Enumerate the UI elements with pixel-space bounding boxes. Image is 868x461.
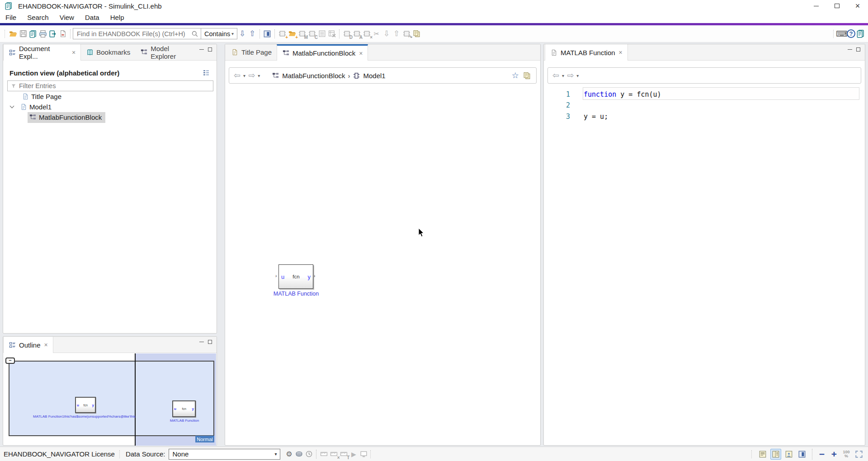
keyboard-shortcuts-icon[interactable]: ⌨	[837, 29, 847, 39]
add-function-block-icon[interactable]: +	[277, 29, 287, 39]
toolbar-drag-handle[interactable]	[5, 30, 6, 38]
tree-item-model1[interactable]: Model1	[3, 102, 217, 112]
zoom-100-button[interactable]: 100 %	[841, 450, 851, 458]
maximize-panel-icon[interactable]	[856, 47, 860, 52]
tab-matlabfunctionblock[interactable]: MatlabFunctionBlock ×	[277, 44, 368, 61]
filter-box[interactable]	[7, 80, 213, 91]
copy-view-icon[interactable]	[522, 71, 532, 80]
table-remove-icon[interactable]	[327, 29, 337, 39]
tab-document-explorer[interactable]: Document Expl... ×	[3, 44, 81, 61]
reading-view-icon[interactable]	[757, 449, 768, 460]
remove-block-icon[interactable]: ×	[362, 29, 372, 39]
block-measure-icon[interactable]: M	[297, 29, 307, 39]
bookmark-star-icon[interactable]: ☆	[512, 71, 519, 80]
matlab-function-block[interactable]: u fcn y	[278, 264, 313, 289]
minimize-button[interactable]	[806, 0, 826, 12]
collapse-button[interactable]: −	[5, 358, 15, 364]
code-line[interactable]: 3 y = u;	[544, 111, 865, 122]
back-icon[interactable]: ⇦	[234, 71, 241, 80]
split-view-icon[interactable]	[770, 449, 781, 460]
cut-connections-icon[interactable]: ✂	[372, 29, 382, 39]
block-calibration-icon[interactable]: C	[307, 29, 317, 39]
measurement-remove-icon[interactable]: ×	[329, 449, 339, 459]
back-icon[interactable]: ⇦	[552, 71, 559, 80]
move-up-icon[interactable]: ⇧	[392, 29, 401, 39]
pdf-export-icon[interactable]	[58, 29, 68, 39]
open-ehandbook-icon[interactable]	[28, 29, 38, 39]
close-icon[interactable]: ×	[619, 49, 623, 56]
app-window-icon[interactable]	[797, 449, 807, 460]
fit-to-screen-icon[interactable]	[854, 449, 864, 460]
list-view-icon[interactable]	[317, 29, 327, 39]
find-previous-icon[interactable]: ⇧	[247, 29, 257, 39]
selected-tree-item[interactable]: MatlabFunctionBlock	[28, 112, 105, 123]
close-icon[interactable]: ×	[44, 341, 48, 348]
minimize-panel-icon[interactable]	[848, 49, 852, 50]
tab-matlab-function[interactable]: MATLAB Function ×	[545, 44, 628, 61]
breadcrumb-item-1[interactable]: MatlabFunctionBlock	[282, 72, 345, 80]
maximize-panel-icon[interactable]	[208, 340, 212, 344]
add-folder-icon[interactable]: +	[287, 29, 297, 39]
back-history-icon[interactable]: ▾	[243, 73, 245, 78]
breadcrumb-item-2[interactable]: Model1	[363, 72, 385, 80]
menu-file[interactable]: File	[0, 13, 22, 22]
duplicate-view-icon[interactable]	[411, 29, 421, 39]
minimize-panel-icon[interactable]	[199, 49, 204, 50]
find-search-box[interactable]	[73, 28, 201, 39]
code-line[interactable]: 2	[544, 99, 865, 111]
find-search-input[interactable]	[77, 30, 191, 38]
view-menu-icon[interactable]	[201, 68, 211, 78]
display-icon[interactable]	[359, 449, 368, 459]
menu-data[interactable]: Data	[80, 13, 105, 22]
export-icon[interactable]	[48, 29, 58, 39]
tab-outline[interactable]: Outline ×	[3, 337, 53, 353]
search-icon[interactable]	[191, 29, 199, 39]
data-source-dropdown[interactable]: None ▾	[169, 449, 280, 460]
back-history-icon[interactable]: ▾	[562, 73, 564, 78]
jump-to-icon[interactable]: ↷	[401, 29, 411, 39]
menu-help[interactable]: Help	[105, 13, 130, 22]
zoom-in-button[interactable]: +	[829, 449, 839, 460]
show-dd-icon[interactable]: D	[342, 29, 352, 39]
help-icon[interactable]: ?	[847, 29, 855, 38]
forward-history-icon[interactable]: ▾	[576, 73, 579, 78]
code-editor[interactable]: 1 function y = fcn(u) 2 3 y = u;	[544, 89, 865, 445]
tab-bookmarks[interactable]: Bookmarks	[81, 44, 135, 60]
close-icon[interactable]: ×	[359, 50, 363, 57]
close-button[interactable]: ×	[847, 0, 868, 12]
move-down-icon[interactable]: ⇩	[382, 29, 392, 39]
maximize-panel-icon[interactable]	[208, 47, 212, 52]
forward-icon[interactable]: ⇨	[567, 71, 574, 80]
measurement-icon[interactable]	[319, 449, 329, 459]
tab-model-explorer[interactable]: Model Explorer	[135, 44, 199, 60]
open-file-icon[interactable]	[8, 29, 18, 39]
menu-view[interactable]: View	[54, 13, 80, 22]
history-icon[interactable]	[304, 449, 314, 459]
play-icon[interactable]: ▶	[349, 449, 359, 459]
expander-chevron-icon[interactable]	[10, 104, 14, 108]
toolbar-drag-handle[interactable]	[833, 30, 835, 38]
perspective-icon[interactable]	[855, 29, 865, 39]
report-view-icon[interactable]	[262, 29, 272, 39]
contains-dropdown[interactable]: Contains ▾	[201, 28, 237, 39]
find-next-icon[interactable]: ⇩	[237, 29, 247, 39]
tab-title-page[interactable]: Title Page	[226, 44, 277, 60]
minimize-panel-icon[interactable]	[199, 342, 204, 342]
show-a2l-icon[interactable]: A	[352, 29, 362, 39]
tree-item-title-page[interactable]: Title Page	[3, 91, 217, 102]
maximize-button[interactable]	[826, 0, 847, 12]
forward-icon[interactable]: ⇨	[248, 71, 255, 80]
measurement-label-icon[interactable]: T	[339, 449, 349, 459]
data-layers-icon[interactable]	[294, 449, 304, 459]
zoom-out-button[interactable]: −	[817, 449, 827, 460]
print-icon[interactable]	[38, 29, 48, 39]
close-icon[interactable]: ×	[72, 49, 75, 56]
code-line[interactable]: 1 function y = fcn(u)	[544, 89, 865, 100]
presentation-view-icon[interactable]	[783, 449, 794, 460]
tree-item-matlabfunctionblock[interactable]: MatlabFunctionBlock	[3, 112, 217, 122]
gear-icon[interactable]: ⚙	[284, 449, 294, 459]
save-icon[interactable]	[18, 29, 28, 39]
forward-history-icon[interactable]: ▾	[258, 73, 260, 78]
filter-input[interactable]	[19, 82, 210, 89]
menu-search[interactable]: Search	[22, 13, 54, 22]
